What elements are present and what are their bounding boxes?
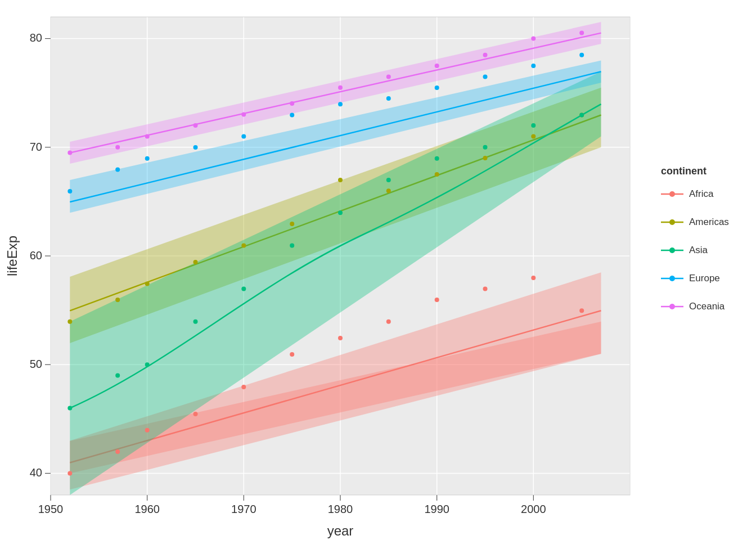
y-tick-40: 40 <box>30 466 42 479</box>
svg-point-33 <box>435 298 439 302</box>
legend-label-oceania: Oceania <box>689 301 725 312</box>
svg-point-39 <box>145 282 150 286</box>
svg-point-56 <box>386 178 391 182</box>
svg-point-69 <box>435 86 439 90</box>
svg-point-26 <box>115 449 120 454</box>
svg-point-71 <box>531 64 536 68</box>
svg-point-83 <box>531 37 536 41</box>
svg-point-81 <box>435 64 439 68</box>
y-axis-label: lifeExp <box>4 236 20 276</box>
svg-point-45 <box>435 172 439 177</box>
svg-point-40 <box>194 260 198 264</box>
svg-point-29 <box>241 385 246 389</box>
svg-point-52 <box>194 320 198 324</box>
x-tick-1960: 1960 <box>134 503 160 515</box>
y-tick-80: 80 <box>30 32 42 44</box>
svg-point-25 <box>68 471 72 475</box>
svg-point-38 <box>115 298 120 302</box>
svg-point-61 <box>68 189 72 194</box>
y-tick-50: 50 <box>30 358 42 370</box>
svg-point-46 <box>483 156 488 160</box>
svg-point-65 <box>241 134 246 139</box>
svg-point-42 <box>290 222 294 226</box>
svg-point-104 <box>669 276 675 281</box>
svg-point-73 <box>68 151 72 155</box>
svg-point-79 <box>338 86 343 90</box>
svg-point-74 <box>115 145 120 150</box>
x-tick-2000: 2000 <box>521 503 546 515</box>
svg-point-54 <box>290 243 294 248</box>
svg-point-72 <box>579 53 584 57</box>
y-tick-70: 70 <box>30 141 42 153</box>
svg-point-49 <box>68 406 72 411</box>
legend-label-asia: Asia <box>689 245 708 255</box>
svg-point-66 <box>290 113 294 118</box>
legend-label-africa: Africa <box>689 188 714 199</box>
svg-point-106 <box>669 304 675 309</box>
svg-point-84 <box>579 31 584 35</box>
svg-point-30 <box>290 352 294 357</box>
x-tick-1970: 1970 <box>231 503 256 515</box>
svg-point-64 <box>194 145 198 150</box>
svg-point-53 <box>241 287 246 291</box>
svg-point-34 <box>483 287 488 291</box>
svg-point-77 <box>241 112 246 116</box>
svg-point-43 <box>338 178 343 182</box>
svg-point-78 <box>290 101 294 106</box>
svg-point-47 <box>531 134 536 139</box>
svg-point-55 <box>338 210 343 215</box>
svg-point-51 <box>145 362 150 367</box>
svg-point-100 <box>669 219 675 225</box>
legend-label-europe: Europe <box>689 273 720 284</box>
svg-point-68 <box>386 96 391 101</box>
legend-title: continent <box>661 165 706 177</box>
chart-container: 1950 1960 1970 1980 1990 2000 year 40 50… <box>0 0 756 540</box>
svg-point-67 <box>338 102 343 106</box>
x-tick-1950: 1950 <box>38 503 64 515</box>
svg-point-41 <box>241 243 246 248</box>
svg-point-31 <box>338 336 343 340</box>
svg-point-32 <box>386 320 391 324</box>
svg-point-59 <box>531 123 536 128</box>
svg-point-63 <box>145 156 150 161</box>
svg-point-75 <box>145 134 150 139</box>
svg-point-57 <box>435 156 439 161</box>
legend-label-americas: Americas <box>689 217 729 227</box>
y-tick-60: 60 <box>30 249 42 262</box>
svg-point-70 <box>483 74 488 79</box>
svg-point-102 <box>669 248 675 253</box>
x-tick-1980: 1980 <box>328 503 353 515</box>
svg-point-37 <box>68 320 72 324</box>
x-axis-label: year <box>327 523 354 538</box>
svg-point-80 <box>386 74 391 79</box>
svg-point-27 <box>145 428 150 433</box>
svg-point-82 <box>483 53 488 57</box>
svg-point-35 <box>531 276 536 280</box>
svg-point-44 <box>386 188 391 193</box>
svg-point-60 <box>579 113 584 118</box>
svg-point-98 <box>669 191 675 197</box>
svg-point-76 <box>194 123 198 128</box>
svg-point-58 <box>483 145 488 150</box>
svg-point-62 <box>115 168 120 172</box>
svg-point-28 <box>194 412 198 416</box>
x-tick-1990: 1990 <box>424 503 449 515</box>
svg-point-50 <box>115 374 120 378</box>
svg-point-36 <box>579 308 584 313</box>
